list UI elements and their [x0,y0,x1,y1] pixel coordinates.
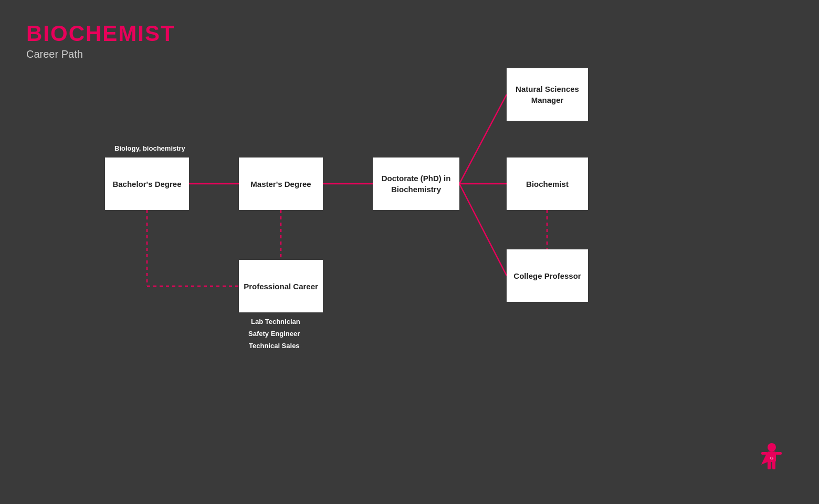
field-label: Biology, biochemistry [114,144,185,152]
natural-sciences-manager-card: Natural Sciences Manager [507,68,588,121]
professional-career-card: Professional Career [239,260,323,312]
college-professor-card: College Professor [507,249,588,302]
svg-line-4 [459,184,507,276]
svg-point-9 [768,443,776,452]
lab-technician-label: Lab Technician [251,318,300,326]
svg-rect-13 [772,461,775,469]
svg-text:G: G [770,456,773,460]
header: BIOCHEMIST Career Path [26,21,175,60]
svg-line-2 [459,94,507,184]
biochemist-card: Biochemist [507,158,588,210]
bachelor-degree-card: Bachelor's Degree [105,158,189,210]
svg-rect-15 [775,452,782,455]
svg-rect-14 [761,452,768,455]
connection-lines [0,0,819,504]
technical-sales-label: Technical Sales [249,342,300,350]
mascot-logo: G [756,441,788,478]
phd-card: Doctorate (PhD) in Biochemistry [373,158,459,210]
page-subtitle: Career Path [26,48,175,60]
page-title: BIOCHEMIST [26,21,175,46]
masters-degree-card: Master's Degree [239,158,323,210]
safety-engineer-label: Safety Engineer [248,330,300,338]
svg-rect-12 [768,461,771,469]
